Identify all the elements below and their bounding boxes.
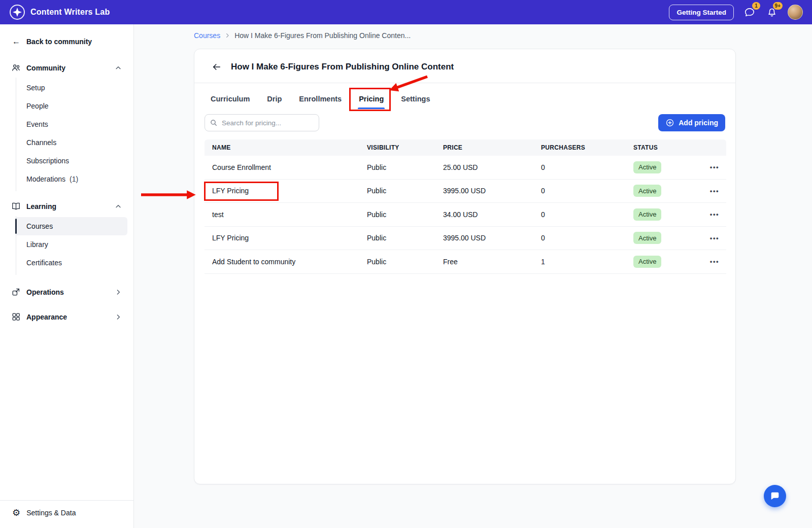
sidebar-item-moderations[interactable]: Moderations(1) — [16, 170, 127, 188]
pricing-purchasers: 0 — [541, 187, 633, 195]
community-sub-list: Setup People Events Channels Subscriptio… — [16, 78, 133, 191]
main-content: Courses How I Make 6-Figures From Publis… — [134, 24, 812, 528]
tab-curriculum[interactable]: Curriculum — [210, 91, 251, 109]
course-title: How I Make 6-Figures From Publishing Onl… — [231, 62, 454, 72]
pricing-price: 34.00 USD — [443, 210, 541, 219]
breadcrumb-courses-link[interactable]: Courses — [194, 31, 220, 40]
topbar: Content Writers Lab Getting Started 1 9+ — [0, 0, 812, 24]
row-menu-button[interactable]: ••• — [707, 208, 722, 220]
sidebar-item-label: Events — [26, 120, 48, 128]
sidebar-section-community[interactable]: Community — [0, 58, 133, 78]
appearance-icon — [11, 312, 21, 322]
sidebar-section-learning[interactable]: Learning — [0, 196, 133, 216]
sidebar-item-channels[interactable]: Channels — [16, 133, 127, 152]
sidebar-section-community-label: Community — [26, 64, 65, 72]
back-to-community-link[interactable]: ← Back to community — [0, 24, 133, 53]
back-to-community-label: Back to community — [26, 38, 92, 46]
status-badge: Active — [633, 161, 661, 173]
pricing-purchasers: 0 — [541, 234, 633, 242]
operations-icon — [11, 287, 21, 297]
pricing-row: test Public 34.00 USD 0 Active ••• — [205, 203, 726, 227]
sidebar-item-label: Subscriptions — [26, 157, 69, 165]
chevron-up-icon — [114, 64, 122, 72]
pricing-purchasers: 0 — [541, 163, 633, 171]
sidebar-item-people[interactable]: People — [16, 97, 127, 115]
pricing-toolbar: Add pricing — [205, 114, 725, 131]
row-menu-button[interactable]: ••• — [707, 232, 722, 244]
search-icon — [210, 119, 218, 127]
course-header: How I Make 6-Figures From Publishing Onl… — [194, 49, 735, 83]
sidebar-section-operations-label: Operations — [26, 288, 64, 296]
tab-drip[interactable]: Drip — [266, 91, 283, 109]
sidebar-item-courses[interactable]: Courses — [16, 217, 127, 235]
pricing-row: Course Enrollment Public 25.00 USD 0 Act… — [205, 156, 726, 180]
column-header-status: STATUS — [633, 144, 697, 151]
row-menu-button[interactable]: ••• — [707, 185, 722, 197]
sidebar-section-operations[interactable]: Operations — [0, 282, 133, 302]
chat-messages-button[interactable]: 1 — [743, 6, 756, 19]
sidebar-item-events[interactable]: Events — [16, 115, 127, 133]
sidebar-item-subscriptions[interactable]: Subscriptions — [16, 152, 127, 170]
pricing-visibility: Public — [367, 187, 443, 195]
tab-settings[interactable]: Settings — [400, 91, 431, 109]
chevron-right-icon — [114, 313, 122, 321]
row-menu-button[interactable]: ••• — [707, 256, 722, 267]
back-arrow-icon: ← — [12, 38, 20, 46]
search-wrap — [205, 114, 319, 131]
getting-started-button[interactable]: Getting Started — [669, 5, 734, 20]
search-pricing-input[interactable] — [205, 114, 319, 131]
sidebar-section-learning-label: Learning — [26, 202, 56, 210]
add-pricing-button[interactable]: Add pricing — [658, 114, 725, 131]
sidebar-item-label: People — [26, 102, 49, 110]
course-tabs: Curriculum Drip Enrollments Pricing Sett… — [194, 83, 735, 109]
learning-sub-list: Courses Library Certificates — [16, 216, 133, 275]
chevron-right-icon — [224, 32, 231, 39]
notifications-badge: 9+ — [773, 2, 783, 10]
course-pricing-card: How I Make 6-Figures From Publishing Onl… — [194, 49, 736, 484]
tab-pricing[interactable]: Pricing — [358, 91, 385, 109]
pricing-visibility: Public — [367, 258, 443, 266]
sidebar-section-appearance[interactable]: Appearance — [0, 307, 133, 327]
sidebar-item-library[interactable]: Library — [16, 235, 127, 254]
pricing-purchasers: 0 — [541, 210, 633, 219]
row-menu-button[interactable]: ••• — [707, 161, 722, 173]
sidebar-item-certificates[interactable]: Certificates — [16, 254, 127, 272]
status-badge: Active — [633, 208, 661, 221]
status-badge: Active — [633, 185, 661, 197]
settings-and-data-label: Settings & Data — [26, 509, 76, 517]
pricing-price: 25.00 USD — [443, 163, 541, 171]
pricing-row: Add Student to community Public Free 1 A… — [205, 250, 726, 274]
status-badge: Active — [633, 232, 661, 244]
back-arrow-button[interactable] — [212, 62, 222, 72]
pricing-table-header: NAME VISIBILITY PRICE PURCHASERS STATUS — [205, 139, 726, 156]
chevron-up-icon — [114, 202, 122, 210]
sidebar-section-appearance-label: Appearance — [26, 313, 67, 321]
pricing-table: NAME VISIBILITY PRICE PURCHASERS STATUS … — [205, 139, 726, 274]
pricing-name: Course Enrollment — [205, 163, 367, 171]
add-pricing-label: Add pricing — [679, 119, 718, 127]
chat-widget-button[interactable] — [764, 485, 786, 507]
pricing-price: 3995.00 USD — [443, 187, 541, 195]
settings-and-data-link[interactable]: ⚙ Settings & Data — [0, 500, 133, 528]
sidebar-item-label: Moderations — [26, 175, 65, 183]
pricing-price: 3995.00 USD — [443, 234, 541, 242]
sidebar-item-setup[interactable]: Setup — [16, 79, 127, 97]
pricing-name: Add Student to community — [205, 258, 367, 266]
breadcrumb: Courses How I Make 6-Figures From Publis… — [194, 31, 411, 40]
pricing-purchasers: 1 — [541, 258, 633, 266]
moderations-count: (1) — [70, 175, 78, 183]
plus-circle-icon — [665, 118, 674, 127]
sidebar-item-label: Setup — [26, 84, 45, 92]
tab-pricing-label: Pricing — [359, 95, 384, 103]
sidebar: ← Back to community Community Setup Peop… — [0, 24, 134, 528]
chat-badge: 1 — [752, 2, 760, 10]
pricing-price: Free — [443, 258, 541, 266]
column-header-visibility: VISIBILITY — [367, 144, 443, 151]
pricing-name: LFY Pricing — [212, 187, 249, 195]
pricing-name: LFY Pricing — [205, 234, 367, 242]
notifications-button[interactable]: 9+ — [765, 6, 779, 19]
brand-logo-icon — [9, 4, 25, 20]
tab-enrollments[interactable]: Enrollments — [298, 91, 343, 109]
column-header-purchasers: PURCHASERS — [541, 144, 633, 151]
user-avatar[interactable] — [788, 5, 803, 20]
